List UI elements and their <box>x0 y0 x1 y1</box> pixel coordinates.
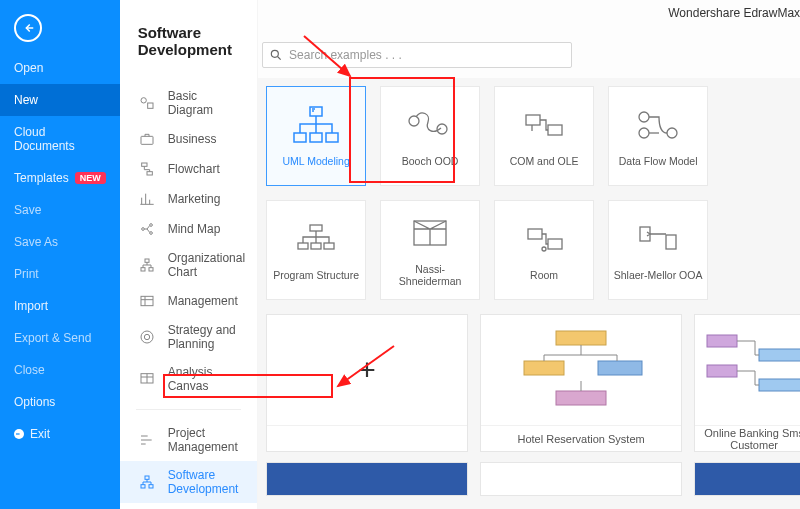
org-chart-icon <box>138 257 156 273</box>
sidebar-item-print[interactable]: Print <box>0 258 120 290</box>
sidebar-item-new[interactable]: New <box>0 84 120 116</box>
svg-rect-52 <box>759 349 800 361</box>
svg-rect-4 <box>141 163 146 166</box>
svg-point-34 <box>667 128 677 138</box>
cat-analysis-canvas[interactable]: Analysis Canvas <box>120 358 257 400</box>
svg-rect-9 <box>145 259 149 262</box>
booch-icon <box>404 105 456 145</box>
sidebar-item-close[interactable]: Close <box>0 354 120 386</box>
shapes-icon <box>138 95 156 111</box>
cat-basic-diagram[interactable]: Basic Diagram <box>120 82 257 124</box>
ps-icon <box>290 219 342 259</box>
example-card-partial[interactable] <box>266 462 468 496</box>
briefcase-icon <box>138 131 156 147</box>
svg-point-8 <box>149 232 152 235</box>
sidebar-item-options[interactable]: Options <box>0 386 120 418</box>
svg-rect-26 <box>294 133 306 142</box>
sidebar-item-save[interactable]: Save <box>0 194 120 226</box>
cat-mind-map[interactable]: Mind Map <box>120 214 257 244</box>
svg-rect-16 <box>145 476 149 479</box>
cat-project-management[interactable]: Project Management <box>120 419 257 461</box>
svg-rect-18 <box>149 485 153 488</box>
example-online-banking[interactable]: Online Banking Sms Customer <box>694 314 800 452</box>
tile-booch-ood[interactable]: Booch OOD <box>380 86 480 186</box>
gantt-icon <box>138 432 156 448</box>
tile-com-ole[interactable]: COM and OLE <box>494 86 594 186</box>
search-input[interactable]: Search examples . . . <box>262 42 572 68</box>
example-card-partial[interactable] <box>694 462 800 496</box>
svg-point-43 <box>542 247 546 251</box>
cat-marketing[interactable]: Marketing <box>120 184 257 214</box>
svg-rect-36 <box>310 225 322 231</box>
sidebar-item-exit[interactable]: Exit <box>0 418 120 450</box>
tile-nassi-shneiderman[interactable]: Nassi-Shneiderman <box>380 200 480 300</box>
cat-flowchart[interactable]: Flowchart <box>120 154 257 184</box>
tile-uml-modeling[interactable]: UML Modeling <box>266 86 366 186</box>
cat-business[interactable]: Business <box>120 124 257 154</box>
canvas-icon <box>138 371 156 387</box>
sidebar-item-templates[interactable]: Templates NEW <box>0 162 120 194</box>
cat-database-modeling[interactable]: Database Modeling <box>120 503 257 509</box>
example-blank[interactable]: + <box>266 314 468 452</box>
svg-rect-47 <box>524 361 564 375</box>
management-icon <box>138 293 156 309</box>
example-hotel-reservation[interactable]: Hotel Reservation System <box>480 314 682 452</box>
svg-rect-32 <box>548 125 562 135</box>
category-column: Software Development Basic Diagram Busin… <box>120 0 258 509</box>
tile-data-flow-model[interactable]: Data Flow Model <box>608 86 708 186</box>
svg-point-1 <box>141 98 146 103</box>
svg-rect-17 <box>141 485 145 488</box>
svg-rect-12 <box>141 296 153 305</box>
svg-rect-53 <box>759 379 800 391</box>
svg-rect-48 <box>598 361 642 375</box>
svg-point-35 <box>639 128 649 138</box>
svg-rect-50 <box>707 335 737 347</box>
svg-point-7 <box>149 224 152 227</box>
tile-room[interactable]: Room <box>494 200 594 300</box>
file-menu-sidebar: Open New Cloud Documents Templates NEW S… <box>0 0 120 509</box>
arrow-left-icon <box>21 21 35 35</box>
svg-point-6 <box>141 228 144 231</box>
flowchart-icon <box>138 161 156 177</box>
svg-rect-51 <box>707 365 737 377</box>
tile-program-structure[interactable]: Program Structure <box>266 200 366 300</box>
cat-software-development[interactable]: Software Development <box>120 461 257 503</box>
category-divider <box>136 409 241 410</box>
svg-rect-38 <box>311 243 321 249</box>
svg-point-29 <box>409 116 419 126</box>
svg-rect-28 <box>326 133 338 142</box>
uml-icon <box>290 105 342 145</box>
brand-label: Wondershare EdrawMax <box>668 6 800 20</box>
svg-rect-44 <box>640 227 650 241</box>
svg-rect-31 <box>526 115 540 125</box>
target-icon <box>138 329 156 345</box>
sidebar-item-open[interactable]: Open <box>0 52 120 84</box>
example-card-partial[interactable] <box>480 462 682 496</box>
room-icon <box>518 219 570 259</box>
svg-rect-0 <box>16 433 20 434</box>
svg-point-33 <box>639 112 649 122</box>
plus-icon: + <box>358 353 376 387</box>
svg-rect-46 <box>556 331 606 345</box>
svg-rect-3 <box>141 136 153 144</box>
svg-rect-25 <box>310 107 322 116</box>
exit-icon <box>14 429 24 439</box>
back-button[interactable] <box>14 14 42 42</box>
svg-point-30 <box>437 124 447 134</box>
tile-shlaer-mellor-ooa[interactable]: Shlaer-Mellor OOA <box>608 200 708 300</box>
svg-rect-41 <box>528 229 542 239</box>
gallery-pane: Wondershare EdrawMax Search examples . .… <box>258 0 800 509</box>
cat-org-chart[interactable]: Organizational Chart <box>120 244 257 286</box>
svg-rect-2 <box>147 103 152 108</box>
cat-strategy-planning[interactable]: Strategy and Planning <box>120 316 257 358</box>
sidebar-item-cloud-documents[interactable]: Cloud Documents <box>0 116 120 162</box>
example-thumbnail <box>481 315 681 425</box>
svg-point-14 <box>144 334 149 339</box>
svg-rect-27 <box>310 133 322 142</box>
sidebar-item-export-send[interactable]: Export & Send <box>0 322 120 354</box>
bar-chart-icon <box>138 191 156 207</box>
sidebar-item-save-as[interactable]: Save As <box>0 226 120 258</box>
sidebar-item-import[interactable]: Import <box>0 290 120 322</box>
svg-rect-5 <box>147 172 152 175</box>
cat-management[interactable]: Management <box>120 286 257 316</box>
